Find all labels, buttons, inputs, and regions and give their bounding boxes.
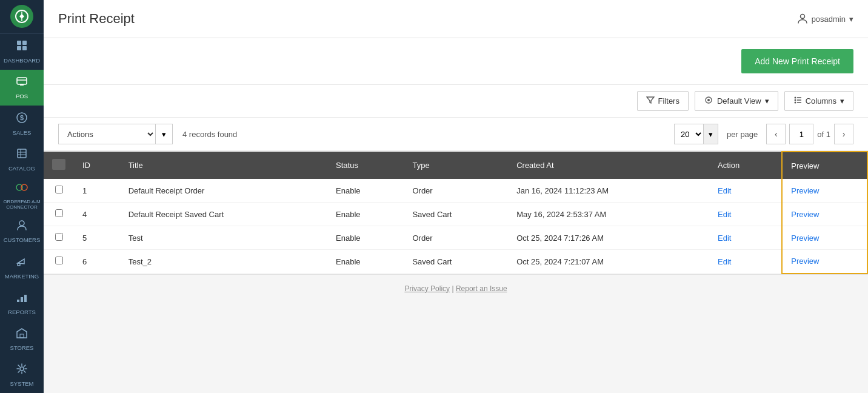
row-type: Saved Cart [404, 250, 508, 274]
per-page-dropdown[interactable]: 20 [674, 124, 703, 144]
dashboard-icon [16, 39, 28, 55]
sidebar-item-customers[interactable]: CUSTOMERS [0, 213, 44, 249]
sidebar-item-pos[interactable]: POS [0, 70, 44, 106]
row-title: Default Receipt Order [120, 179, 327, 203]
view-chevron-icon: ▾ [765, 96, 769, 106]
columns-button[interactable]: Columns ▾ [784, 91, 853, 111]
row-checkbox-cell [44, 250, 74, 274]
row-created-at: Oct 25, 2024 7:21:07 AM [508, 250, 709, 274]
sidebar-item-label: REPORTS [8, 309, 36, 315]
sidebar-logo [0, 0, 44, 34]
footer: Privacy Policy | Report an Issue [44, 274, 868, 303]
sidebar-item-stores[interactable]: STORES [0, 321, 44, 357]
row-title: Test [120, 226, 327, 250]
username: posadmin [812, 15, 846, 24]
sidebar-item-label: POS [16, 93, 28, 99]
report-issue-link[interactable]: Report an Issue [456, 284, 507, 293]
of-page-label: of 1 [817, 130, 830, 139]
row-action: Edit [709, 250, 782, 274]
row-preview: Preview [782, 203, 867, 226]
sidebar-item-label: SYSTEM [10, 380, 33, 387]
pagination: 20 ▾ per page ‹ of 1 › [674, 124, 853, 144]
created-at-column-header: Created At [508, 152, 709, 179]
actions-dropdown-button[interactable]: ▾ [155, 124, 173, 144]
row-id: 5 [74, 226, 120, 250]
default-view-button[interactable]: Default View ▾ [695, 91, 778, 111]
sales-icon: $ [16, 112, 28, 127]
svg-rect-2 [17, 41, 21, 45]
row-status: Enable [327, 179, 404, 203]
prev-page-button[interactable]: ‹ [766, 124, 786, 144]
sidebar-item-dashboard[interactable]: DASHBOARD [0, 34, 44, 70]
svg-point-29 [794, 102, 796, 104]
user-avatar-icon [797, 13, 808, 25]
svg-rect-18 [18, 263, 20, 266]
row-id: 1 [74, 179, 120, 203]
sidebar-item-catalog[interactable]: CATALOG [0, 141, 44, 177]
row-title: Default Receipt Saved Cart [120, 203, 327, 226]
svg-rect-4 [17, 46, 21, 50]
row-checkbox-cell [44, 179, 74, 203]
main-content: Print Receipt posadmin ▾ Add New Print R… [44, 0, 868, 393]
svg-rect-8 [20, 84, 24, 86]
svg-rect-22 [20, 334, 24, 338]
edit-link[interactable]: Edit [718, 186, 731, 195]
sidebar-item-sales[interactable]: $ SALES [0, 106, 44, 141]
privacy-policy-link[interactable]: Privacy Policy [404, 284, 450, 293]
column-toggle-icon [52, 159, 65, 170]
row-action: Edit [709, 226, 782, 250]
svg-point-17 [19, 221, 24, 226]
view-icon [704, 96, 713, 106]
sidebar-item-label: MARKETING [5, 273, 39, 280]
action-column-header: Action [709, 152, 782, 179]
sidebar-item-label: DASHBOARD [4, 57, 40, 64]
svg-rect-6 [17, 78, 27, 84]
user-info[interactable]: posadmin ▾ [797, 13, 853, 25]
actions-select[interactable]: Actions [58, 124, 155, 144]
page-number-input[interactable] [789, 124, 813, 144]
preview-link[interactable]: Preview [791, 233, 819, 243]
row-preview: Preview [782, 179, 867, 203]
table-row: 5 Test Enable Order Oct 25, 2024 7:17:26… [44, 226, 867, 250]
row-type: Order [404, 179, 508, 203]
data-table: ID Title Status Type Created At Action P… [44, 151, 868, 274]
row-status: Enable [327, 226, 404, 250]
row-id: 4 [74, 203, 120, 226]
svg-rect-19 [17, 300, 19, 302]
per-page-arrow-button[interactable]: ▾ [703, 124, 718, 144]
pos-icon [16, 75, 28, 90]
row-checkbox[interactable] [55, 186, 63, 193]
next-page-button[interactable]: › [834, 124, 853, 144]
row-action: Edit [709, 203, 782, 226]
edit-link[interactable]: Edit [718, 257, 731, 266]
select-all-header [44, 152, 74, 179]
edit-link[interactable]: Edit [718, 210, 731, 219]
edit-link[interactable]: Edit [718, 233, 731, 243]
row-checkbox[interactable] [55, 209, 63, 217]
svg-rect-11 [18, 149, 26, 158]
row-type: Order [404, 226, 508, 250]
sidebar-item-orderpad[interactable]: ORDERPAD A-M CONNECTOR [0, 178, 44, 213]
add-new-print-receipt-button[interactable]: Add New Print Receipt [741, 49, 853, 73]
filter-icon [646, 96, 655, 106]
filter-button[interactable]: Filters [637, 91, 689, 111]
row-preview: Preview [782, 226, 867, 250]
row-status: Enable [327, 250, 404, 274]
row-checkbox[interactable] [55, 257, 63, 264]
row-action: Edit [709, 179, 782, 203]
id-column-header: ID [74, 152, 120, 179]
preview-link[interactable]: Preview [791, 210, 819, 219]
sidebar-item-reports[interactable]: REPORTS [0, 285, 44, 321]
status-column-header: Status [327, 152, 404, 179]
top-bar: Add New Print Receipt [44, 38, 868, 85]
row-checkbox[interactable] [55, 233, 63, 241]
sidebar-item-marketing[interactable]: MARKETING [0, 249, 44, 285]
preview-link[interactable]: Preview [791, 257, 819, 266]
sidebar-item-system[interactable]: SYSTEM [0, 357, 44, 393]
catalog-icon [16, 147, 28, 163]
sidebar-item-label: SALES [13, 129, 32, 136]
marketing-icon [16, 255, 28, 270]
toolbar: Filters Default View ▾ Columns ▾ [44, 85, 868, 118]
preview-link[interactable]: Preview [791, 186, 819, 195]
svg-rect-5 [22, 46, 27, 50]
